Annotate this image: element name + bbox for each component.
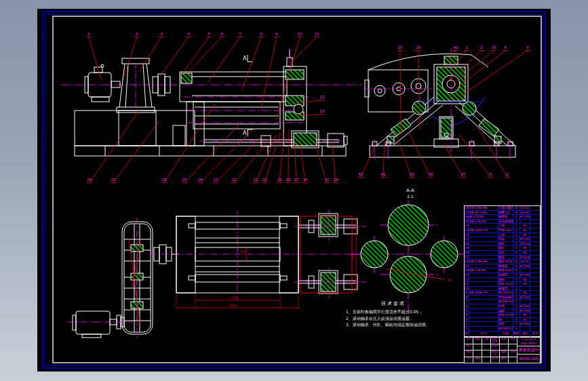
- bom-cell: 1: [513, 233, 520, 237]
- title-block-cell: 设计: [465, 344, 473, 351]
- bom-cell: [530, 318, 540, 322]
- bom-row: 15轴承盖4HT200: [465, 264, 540, 269]
- title-block-cell: 更改文件号: [491, 338, 500, 344]
- title-block-cell: [482, 357, 491, 364]
- callout-label: 41: [381, 172, 386, 176]
- bom-cell: 45: [520, 313, 531, 317]
- bom-row: 21机架2HT200: [465, 237, 540, 242]
- bom-cell: [469, 282, 498, 286]
- plan-view: 1700 2050 700 1100: [68, 209, 366, 340]
- title-block-cell: [509, 357, 517, 364]
- bom-cell: 上辊: [498, 233, 513, 237]
- bom-cell: 齿轮 z=25: [498, 282, 513, 286]
- bom-cell: 19: [465, 246, 469, 250]
- bom-row: 19蜗杆245: [465, 246, 540, 251]
- bom-cell: [530, 268, 540, 273]
- bom-cell: 28: [465, 206, 469, 210]
- bom-cell: 减速器: [498, 287, 513, 291]
- bom-cell: 24: [465, 224, 469, 228]
- bom-cell: [530, 327, 540, 331]
- section-label: A-A: [406, 188, 414, 193]
- bom-cell: 螺栓 M16×60: [498, 260, 513, 264]
- bom-cell: [530, 296, 540, 300]
- callout-label: 27: [111, 178, 116, 182]
- bom-cell: 1: [513, 224, 520, 228]
- bom-cell: 2: [513, 215, 520, 219]
- bom-cell: HT200: [520, 296, 531, 300]
- bom-cell: 45: [520, 246, 531, 250]
- bom-cell: 45: [520, 318, 531, 322]
- bom-cell: [530, 309, 540, 313]
- bom-cell: [530, 224, 540, 228]
- bom-cell: [530, 215, 540, 219]
- bom-row: 22上辊145: [465, 233, 540, 238]
- bom-cell: 21: [465, 237, 469, 241]
- bom-cell: 18: [465, 251, 469, 255]
- bom-cell: 电动机Y112M-4: [498, 327, 513, 331]
- bom-cell: 12: [513, 260, 520, 264]
- bom-cell: [469, 251, 498, 255]
- callout-label: 1: [87, 32, 90, 36]
- bom-cell: GB 1096-79: [469, 228, 498, 233]
- bom-cell: 4: [513, 264, 520, 268]
- bom-cell: [520, 268, 531, 273]
- bom-cell: 1: [513, 287, 520, 291]
- bom-cell: HT200: [520, 264, 531, 268]
- title-block-cell: 共 张: [491, 357, 500, 364]
- bom-row: 6机座1HT200: [465, 304, 540, 309]
- bom-cell: GB 5782-86: [469, 260, 498, 264]
- bom-cell: [469, 237, 498, 241]
- bom-header-row: 序号代 号名 称数量材料备注: [465, 332, 540, 337]
- bom-cell: 8: [513, 211, 520, 215]
- bom-row: 5端盖2HT200: [465, 309, 540, 314]
- title-block-cell: [473, 350, 482, 357]
- bom-cell: 45: [520, 224, 531, 228]
- bom-header-cell: 材料: [520, 332, 531, 337]
- bom-cell: 丝杠: [498, 251, 513, 255]
- bom-cell: [469, 233, 498, 237]
- bom-cell: GB 1096-79: [469, 291, 498, 295]
- bom-cell: 2: [513, 228, 520, 233]
- callout-label: 28: [87, 178, 92, 182]
- bom-cell: 1: [513, 296, 520, 300]
- callout-label: 42: [359, 172, 364, 176]
- title-block-cell: 处数: [473, 338, 482, 344]
- bom-cell: 2: [513, 220, 520, 224]
- bom-row: 14GB 276-94轴承 63124: [465, 268, 540, 273]
- title-block-cell: [500, 344, 509, 351]
- bom-cell: [469, 313, 498, 317]
- bom-cell: [530, 304, 540, 308]
- title-block-cell: [482, 350, 491, 357]
- bom-cell: HT200: [520, 322, 531, 326]
- dim-label-inner: 1700: [229, 296, 237, 300]
- bom-cell: [530, 237, 540, 241]
- title-block-cell: 标准化: [491, 344, 500, 351]
- bom-cell: [469, 327, 498, 331]
- callout-label: 19: [277, 178, 282, 182]
- bom-row: 20蜗轮2ZQSn6: [465, 242, 540, 247]
- callout-label: 35: [492, 45, 496, 49]
- bom-cell: [530, 233, 540, 237]
- bom-cell: [530, 313, 540, 317]
- bom-cell: 1: [513, 300, 520, 304]
- bom-cell: 1: [513, 318, 520, 322]
- callout-label: 38: [429, 172, 433, 176]
- callout-label: 6: [220, 32, 223, 36]
- bom-cell: HT200: [520, 215, 531, 219]
- bom-row: 18丝杠245: [465, 251, 540, 256]
- bom-cell: 键 18×11×80: [498, 291, 513, 295]
- bom-cell: HT200: [520, 273, 531, 277]
- bom-cell: [530, 256, 540, 260]
- callout-label: 7: [239, 32, 241, 36]
- bom-cell: 20: [465, 242, 469, 246]
- bom-cell: 轴承 6312: [498, 268, 513, 273]
- bom-cell: 联轴器: [498, 273, 513, 277]
- bom-cell: [530, 246, 540, 250]
- bom-cell: [530, 206, 540, 210]
- callout-label: 2: [506, 172, 509, 176]
- title-block-cell: 批准: [473, 357, 482, 364]
- bom-cell: [520, 327, 531, 331]
- organization-line2: 机械工程学院: [517, 342, 541, 346]
- drawing-canvas[interactable]: A A: [37, 9, 551, 372]
- bom-cell: 六角头螺栓M12: [498, 206, 513, 210]
